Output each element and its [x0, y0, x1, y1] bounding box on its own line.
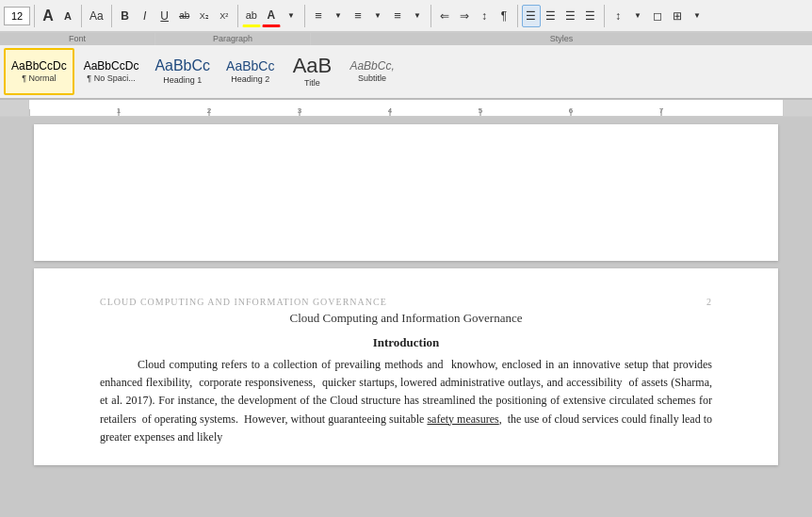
style-title[interactable]: AaB Title — [284, 48, 340, 95]
page-header: CLOUD COMPUTING AND INFORMATION GOVERNAN… — [100, 297, 712, 307]
style-title-preview: AaB — [293, 56, 333, 76]
line-spacing-dropdown[interactable]: ▼ — [628, 5, 647, 27]
document-intro-heading: Introduction — [100, 335, 712, 350]
separator — [517, 5, 518, 27]
bold-button[interactable]: B — [116, 5, 135, 27]
style-h1-preview: AaBbCc — [154, 58, 210, 73]
decrease-indent-button[interactable]: ⇐ — [435, 5, 454, 27]
justify-button[interactable]: ☰ — [581, 5, 600, 27]
page-top — [34, 124, 778, 261]
clear-format-button[interactable]: Aa — [86, 5, 107, 27]
ruler: 1 2 3 4 5 6 7 — [0, 100, 812, 117]
style-subtitle[interactable]: AaBbCc, Subtitle — [343, 48, 400, 95]
multilevel-dropdown[interactable]: ▼ — [408, 5, 427, 27]
italic-button[interactable]: I — [136, 5, 154, 27]
ribbon-labels: Font Paragraph Styles — [0, 32, 812, 45]
document-body[interactable]: Cloud computing refers to a collection o… — [100, 356, 712, 446]
strikethrough-button[interactable]: ab — [175, 5, 194, 27]
shrink-font-button[interactable]: A — [58, 5, 77, 27]
superscript-button[interactable]: X² — [215, 5, 234, 27]
separator — [604, 5, 605, 27]
underline-button[interactable]: U — [155, 5, 174, 27]
separator — [111, 5, 112, 27]
style-heading1[interactable]: AaBbCc Heading 1 — [148, 48, 217, 95]
separator — [34, 5, 35, 27]
multilevel-button[interactable]: ≡ — [388, 5, 407, 27]
grow-font-button[interactable]: A — [39, 5, 57, 27]
text-highlight-button[interactable]: ab — [242, 5, 261, 27]
separator — [430, 5, 431, 27]
sort-button[interactable]: ↕ — [475, 5, 494, 27]
styles-label: Styles — [311, 33, 812, 45]
style-subtitle-preview: AaBbCc, — [349, 60, 394, 72]
underline-text: safety measures — [427, 412, 498, 426]
separator — [304, 5, 305, 27]
separator — [81, 5, 82, 27]
style-normal-label: ¶ Normal — [22, 73, 56, 83]
align-center-button[interactable]: ☰ — [542, 5, 560, 27]
separator — [237, 5, 238, 27]
page-header-title: CLOUD COMPUTING AND INFORMATION GOVERNAN… — [100, 297, 387, 307]
numbering-dropdown[interactable]: ▼ — [368, 5, 387, 27]
style-h1-label: Heading 1 — [163, 75, 202, 85]
align-right-button[interactable]: ☰ — [561, 5, 580, 27]
numbering-button[interactable]: ≡ — [349, 5, 367, 27]
line-spacing-button[interactable]: ↕ — [609, 5, 627, 27]
font-size-input[interactable] — [4, 7, 30, 25]
shading-button[interactable]: ◻ — [648, 5, 667, 27]
font-label: Font — [0, 33, 155, 45]
paragraph-label: Paragraph — [155, 33, 311, 45]
show-marks-button[interactable]: ¶ — [495, 5, 513, 27]
align-left-button[interactable]: ☰ — [522, 5, 541, 27]
increase-indent-button[interactable]: ⇒ — [455, 5, 474, 27]
ruler-inner: 1 2 3 4 5 6 7 — [28, 100, 784, 116]
style-normal[interactable]: AaBbCcDc ¶ Normal — [4, 48, 74, 95]
style-nospacing-label: ¶ No Spaci... — [87, 73, 135, 83]
page-number: 2 — [706, 297, 712, 307]
style-no-spacing[interactable]: AaBbCcDc ¶ No Spaci... — [77, 48, 146, 95]
body-paragraph: Cloud computing refers to a collection o… — [100, 356, 712, 446]
style-subtitle-label: Subtitle — [358, 73, 386, 83]
document-title[interactable]: Cloud Computing and Information Governan… — [100, 311, 712, 326]
style-h2-label: Heading 2 — [231, 74, 269, 84]
borders-dropdown[interactable]: ▼ — [688, 5, 706, 27]
bullets-button[interactable]: ≡ — [309, 5, 328, 27]
page-main: CLOUD COMPUTING AND INFORMATION GOVERNAN… — [34, 268, 778, 465]
style-title-label: Title — [304, 78, 320, 88]
text-color-button[interactable]: A — [262, 5, 281, 27]
style-nospacing-preview: AaBbCcDc — [84, 60, 139, 72]
toolbar-font-row: A A Aa B I U ab X₂ X² ab A ▼ ≡ ▼ ≡ ▼ ≡ ▼… — [0, 0, 812, 32]
style-normal-preview: AaBbCcDc — [11, 60, 67, 72]
bullets-dropdown[interactable]: ▼ — [329, 5, 348, 27]
document-area: CLOUD COMPUTING AND INFORMATION GOVERNAN… — [0, 117, 812, 517]
subscript-button[interactable]: X₂ — [195, 5, 214, 27]
style-h2-preview: AaBbCc — [226, 59, 274, 73]
borders-button[interactable]: ⊞ — [668, 5, 687, 27]
font-color-dropdown[interactable]: ▼ — [282, 5, 300, 27]
style-heading2[interactable]: AaBbCc Heading 2 — [219, 48, 281, 95]
styles-panel: AaBbCcDc ¶ Normal AaBbCcDc ¶ No Spaci...… — [0, 45, 812, 100]
